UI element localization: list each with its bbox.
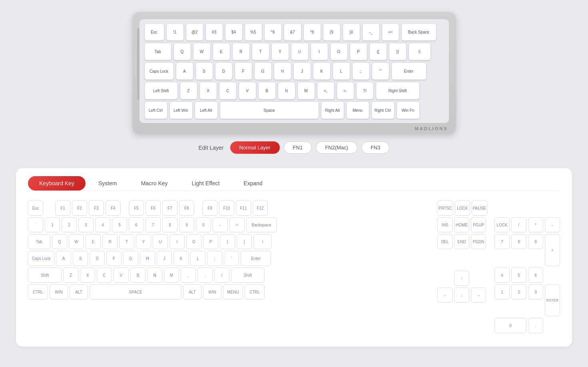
key-equals[interactable]: += <box>382 23 399 41</box>
np-enter[interactable]: ENTER <box>545 284 560 316</box>
key-i[interactable]: I <box>311 43 328 60</box>
key-0[interactable]: )0 <box>343 23 360 41</box>
key-backspace[interactable]: Back Space <box>401 23 437 41</box>
key-9[interactable]: (9 <box>323 23 341 41</box>
key-n[interactable]: N <box>278 82 295 99</box>
key-b[interactable]: B <box>258 82 276 99</box>
np-8[interactable]: 8 <box>511 234 526 249</box>
fk-n[interactable]: N <box>147 268 162 283</box>
key-r[interactable]: R <box>232 43 250 60</box>
key-pipe[interactable]: |\ <box>409 43 431 60</box>
fk-arrow-up[interactable]: ↑ <box>454 271 469 286</box>
fk-lalt[interactable]: ALT <box>70 284 88 300</box>
key-p[interactable]: P <box>350 43 367 60</box>
cat-tab-keyboard[interactable]: Keyboard Key <box>28 176 86 190</box>
fk-rctrl[interactable]: CTRL <box>245 284 265 300</box>
layer-tab-fn3[interactable]: FN3 <box>361 141 390 154</box>
key-5[interactable]: %5 <box>245 23 262 41</box>
fk-l[interactable]: L <box>190 251 205 266</box>
fk-lbracket[interactable]: [ <box>220 234 235 249</box>
key-capslock[interactable]: Caps Lock <box>144 62 174 80</box>
key-1[interactable]: !1 <box>166 23 184 41</box>
fk-esc[interactable]: Esc <box>28 200 43 216</box>
fk-rshift[interactable]: Shift <box>231 268 265 283</box>
layer-tab-fn1[interactable]: FN1 <box>284 141 312 154</box>
fk-menu[interactable]: MENU <box>223 284 243 300</box>
fk-f[interactable]: F <box>106 251 122 266</box>
fk-f8[interactable]: F8 <box>179 200 194 216</box>
key-lwin[interactable]: Left Win <box>169 101 193 119</box>
key-winfn[interactable]: Win Fn <box>397 101 420 119</box>
fk-o[interactable]: O <box>186 234 201 249</box>
fk-nminus[interactable]: - <box>213 217 228 232</box>
key-v[interactable]: V <box>239 82 256 99</box>
cat-tab-system[interactable]: System <box>87 176 128 190</box>
fk-y[interactable]: Y <box>136 234 151 249</box>
np-4[interactable]: 4 <box>494 268 510 283</box>
fk-period[interactable]: . <box>197 268 213 283</box>
fk-f11[interactable]: F11 <box>236 200 251 216</box>
fk-space[interactable]: SPACE <box>90 284 181 300</box>
fk-ralt[interactable]: ALT <box>183 284 201 300</box>
fk-n8[interactable]: 8 <box>162 217 177 232</box>
fk-ins[interactable]: INS <box>437 217 452 232</box>
key-quote[interactable]: "' <box>372 62 389 80</box>
layer-tab-normal[interactable]: Normal Layer <box>230 141 280 154</box>
fk-g[interactable]: G <box>123 251 138 266</box>
key-semicolon[interactable]: :; <box>352 62 370 80</box>
fk-f9[interactable]: F9 <box>202 200 217 216</box>
key-rshift[interactable]: Right Shift <box>376 82 420 99</box>
fk-arrow-left[interactable]: ← <box>437 288 452 303</box>
key-lshift[interactable]: Left Shift <box>144 82 178 99</box>
fk-m[interactable]: M <box>164 268 179 283</box>
fk-lock[interactable]: LOCK <box>455 200 470 216</box>
key-tab[interactable]: Tab <box>144 43 171 60</box>
fk-arrow-down[interactable]: ↓ <box>454 288 469 303</box>
fk-semicolon[interactable]: ; <box>207 251 222 266</box>
key-a[interactable]: A <box>176 62 193 80</box>
fk-n7[interactable]: 7 <box>146 217 161 232</box>
key-s[interactable]: S <box>195 62 213 80</box>
key-esc[interactable]: Esc <box>144 23 164 41</box>
np-lock[interactable]: LOCK <box>494 217 510 232</box>
fk-n1[interactable]: 1 <box>45 217 60 232</box>
fk-h[interactable]: H <box>140 251 155 266</box>
cat-tab-expand[interactable]: Expand <box>232 176 273 190</box>
fk-s[interactable]: S <box>73 251 88 266</box>
fk-del[interactable]: DEL <box>437 234 452 249</box>
fk-n6[interactable]: 6 <box>129 217 144 232</box>
fk-nequals[interactable]: = <box>229 217 245 232</box>
fk-a[interactable]: A <box>56 251 71 266</box>
key-c[interactable]: C <box>219 82 237 99</box>
fk-n4[interactable]: 4 <box>95 217 110 232</box>
key-z[interactable]: Z <box>180 82 197 99</box>
key-rctrl[interactable]: Right Ctrl <box>371 101 395 119</box>
np-dot[interactable]: . <box>528 318 543 333</box>
fk-z[interactable]: Z <box>63 268 78 283</box>
fk-lshift[interactable]: Shift <box>28 268 62 283</box>
fk-v[interactable]: V <box>114 268 129 283</box>
fk-f3[interactable]: F3 <box>89 200 104 216</box>
np-7[interactable]: 7 <box>494 234 510 249</box>
fk-f10[interactable]: F10 <box>219 200 234 216</box>
fk-n0[interactable]: 0 <box>196 217 211 232</box>
key-e[interactable]: E <box>213 43 230 60</box>
fk-lwin[interactable]: WIN <box>50 284 68 300</box>
key-4[interactable]: $4 <box>225 23 243 41</box>
fk-c[interactable]: C <box>97 268 112 283</box>
fk-tab[interactable]: Tab <box>28 234 50 249</box>
np-1[interactable]: 1 <box>494 284 510 300</box>
key-m[interactable]: M <box>297 82 315 99</box>
fk-n5[interactable]: 5 <box>112 217 127 232</box>
fk-e[interactable]: E <box>86 234 101 249</box>
key-7[interactable]: &7 <box>284 23 301 41</box>
fk-prtsc[interactable]: PRTSC <box>437 200 453 216</box>
layer-tab-fn2[interactable]: FN2(Mac) <box>316 141 357 154</box>
fk-pause[interactable]: PAUSE <box>472 200 487 216</box>
key-h[interactable]: H <box>274 62 291 80</box>
key-x[interactable]: X <box>199 82 217 99</box>
np-0[interactable]: 0 <box>494 318 526 333</box>
key-y[interactable]: Y <box>271 43 289 60</box>
fk-capslock[interactable]: Caps Lock <box>28 251 54 266</box>
fk-home[interactable]: HOME <box>454 217 469 232</box>
